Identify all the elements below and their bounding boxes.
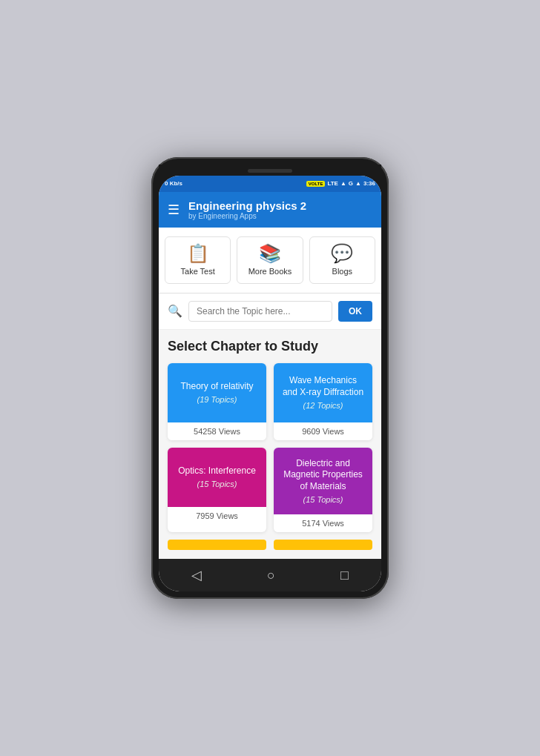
chapter-views-4: 5174 Views <box>274 514 372 532</box>
blogs-button[interactable]: 💬 Blogs <box>309 236 375 284</box>
test-icon: 📋 <box>187 245 209 262</box>
main-content: Select Chapter to Study Theory of relati… <box>159 330 381 560</box>
yellow-card-1[interactable] <box>168 540 266 550</box>
chapter-card-3[interactable]: Optics: Interference (15 Topics) 7959 Vi… <box>168 448 266 533</box>
volte-badge: VOLTE <box>306 181 326 187</box>
app-subtitle: by Engineering Apps <box>188 212 372 220</box>
chapter-topics-2: (12 Topics) <box>303 401 343 410</box>
quick-actions-bar: 📋 Take Test 📚 More Books 💬 Blogs <box>159 228 381 294</box>
take-test-button[interactable]: 📋 Take Test <box>165 236 231 284</box>
recent-nav-button[interactable]: □ <box>340 568 349 583</box>
speaker-grille <box>248 169 292 173</box>
chapter-name-1: Theory of relativity <box>180 381 253 393</box>
search-input[interactable] <box>188 301 332 322</box>
take-test-label: Take Test <box>181 267 215 276</box>
search-bar: 🔍 OK <box>159 294 381 330</box>
status-bar: 0 Kb/s VOLTE LTE ▲ G ▲ 3:36 <box>159 176 381 192</box>
secondary-network: G <box>349 180 353 187</box>
section-title: Select Chapter to Study <box>168 339 372 354</box>
chapter-views-1: 54258 Views <box>168 422 266 440</box>
chapter-card-inner-2: Wave Mechanics and X-ray Diffraction (12… <box>274 363 372 422</box>
nav-bar: ◁ ○ □ <box>159 559 381 591</box>
more-books-label: More Books <box>248 267 292 276</box>
chapter-card-4[interactable]: Dielectric and Magnetic Properties of Ma… <box>274 448 372 533</box>
ok-button[interactable]: OK <box>338 301 372 322</box>
chapter-card-inner-4: Dielectric and Magnetic Properties of Ma… <box>274 448 372 515</box>
blogs-label: Blogs <box>332 267 353 276</box>
home-nav-button[interactable]: ○ <box>267 568 275 583</box>
chapter-card-1[interactable]: Theory of relativity (19 Topics) 54258 V… <box>168 363 266 440</box>
chapter-views-2: 9609 Views <box>274 422 372 440</box>
yellow-card-2[interactable] <box>274 540 372 550</box>
books-icon: 📚 <box>259 245 281 262</box>
back-nav-button[interactable]: ◁ <box>191 567 202 583</box>
search-icon: 🔍 <box>168 304 182 318</box>
chapter-name-2: Wave Mechanics and X-ray Diffraction <box>281 375 365 398</box>
chapter-topics-1: (19 Topics) <box>197 395 237 404</box>
data-speed: 0 Kb/s <box>165 180 182 187</box>
signal-bars: ▲ <box>340 180 346 187</box>
app-bar: ☰ Engineering physics 2 by Engineering A… <box>159 192 381 228</box>
chapter-topics-4: (15 Topics) <box>303 495 343 504</box>
hamburger-menu-icon[interactable]: ☰ <box>168 202 180 218</box>
lte-indicator: LTE <box>327 180 338 187</box>
chapter-views-3: 7959 Views <box>168 507 266 525</box>
phone-screen: 0 Kb/s VOLTE LTE ▲ G ▲ 3:36 ☰ Engineerin… <box>159 176 381 592</box>
status-right: VOLTE LTE ▲ G ▲ 3:36 <box>306 180 375 187</box>
chapter-name-4: Dielectric and Magnetic Properties of Ma… <box>281 458 365 493</box>
chapter-card-inner-3: Optics: Interference (15 Topics) <box>168 448 266 507</box>
chapter-card-2[interactable]: Wave Mechanics and X-ray Diffraction (12… <box>274 363 372 440</box>
phone-device: 0 Kb/s VOLTE LTE ▲ G ▲ 3:36 ☰ Engineerin… <box>151 157 389 600</box>
app-title: Engineering physics 2 <box>188 199 372 212</box>
chapter-card-inner-1: Theory of relativity (19 Topics) <box>168 363 266 422</box>
clock: 3:36 <box>363 180 375 187</box>
chapter-grid: Theory of relativity (19 Topics) 54258 V… <box>168 363 372 533</box>
chapter-topics-3: (15 Topics) <box>197 480 237 488</box>
chapter-name-3: Optics: Interference <box>178 465 256 477</box>
app-bar-text: Engineering physics 2 by Engineering App… <box>188 199 372 220</box>
more-chapters-preview <box>168 540 372 550</box>
more-books-button[interactable]: 📚 More Books <box>237 236 303 284</box>
blogs-icon: 💬 <box>331 245 353 262</box>
secondary-signal: ▲ <box>355 180 361 187</box>
phone-speaker-notch <box>159 165 381 176</box>
